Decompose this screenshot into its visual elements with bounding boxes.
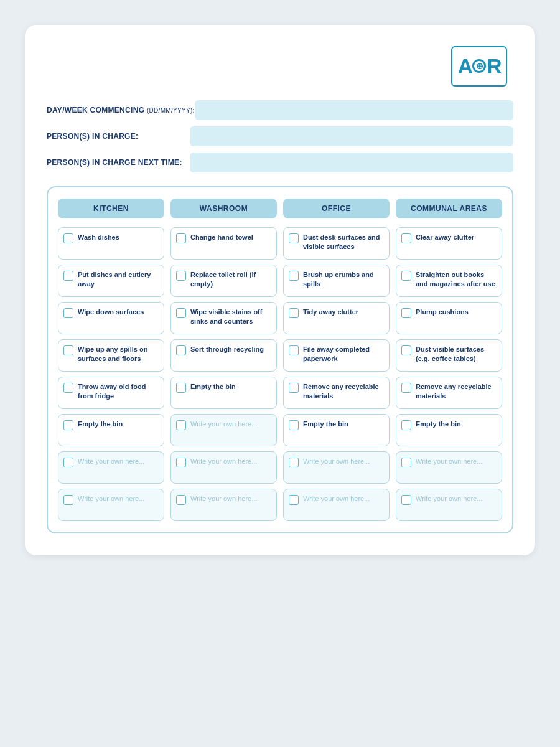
task-checkbox-1-3[interactable]: [176, 345, 186, 355]
task-checkbox-3-7[interactable]: [401, 495, 411, 505]
task-item-2-6: Write your own here...: [283, 451, 390, 484]
task-item-1-7: Write your own here...: [170, 489, 277, 521]
task-checkbox-3-0[interactable]: [401, 233, 411, 243]
task-checkbox-3-1[interactable]: [401, 271, 411, 281]
task-item-1-0: Change hand towel: [170, 227, 277, 260]
task-checkbox-3-3[interactable]: [401, 345, 411, 355]
task-checkbox-1-0[interactable]: [176, 233, 186, 243]
task-item-1-1: Replace toilet roll (if empty): [170, 265, 277, 297]
task-text-1-5[interactable]: Write your own here...: [190, 420, 271, 429]
task-checkbox-3-5[interactable]: [401, 420, 411, 430]
task-checkbox-1-1[interactable]: [176, 271, 186, 281]
date-input[interactable]: [195, 100, 513, 120]
task-text-0-3: Wipe up any spills on surfaces and floor…: [78, 345, 159, 364]
task-checkbox-0-3[interactable]: [63, 345, 73, 355]
task-text-3-3: Dust visible surfaces (e.g. coffee table…: [416, 345, 497, 364]
col-items-1: Change hand towelReplace toilet roll (if…: [170, 227, 277, 521]
task-checkbox-0-5[interactable]: [63, 420, 73, 430]
task-text-0-1: Put dishes and cutlery away: [78, 270, 159, 289]
task-text-2-7[interactable]: Write your own here...: [303, 494, 384, 504]
form-label-next-person: PERSON(S) IN CHARGE NEXT TIME:: [47, 158, 190, 167]
task-checkbox-0-0[interactable]: [63, 233, 73, 243]
task-item-3-5: Empty the bin: [396, 414, 502, 446]
task-checkbox-2-0[interactable]: [289, 233, 299, 243]
task-text-2-1: Brush up crumbs and spills: [303, 270, 384, 289]
task-checkbox-3-6[interactable]: [401, 458, 411, 467]
schedule-container: KITCHENWASHROOMOFFICECOMMUNAL AREAS Wash…: [47, 186, 513, 533]
task-checkbox-2-4[interactable]: [289, 383, 299, 393]
form-label-date: DAY/WEEK COMMENCING (DD/MM/YYYY):: [47, 106, 195, 115]
task-item-1-6: Write your own here...: [170, 451, 277, 484]
task-text-2-6[interactable]: Write your own here...: [303, 457, 384, 466]
col-header-0: KITCHEN: [58, 199, 164, 218]
task-text-2-0: Dust desk surfaces and visible surfaces: [303, 233, 384, 251]
task-item-2-5: Empty the bin: [283, 414, 390, 446]
task-checkbox-2-1[interactable]: [289, 271, 299, 281]
task-item-0-2: Wipe down surfaces: [58, 302, 164, 334]
task-text-1-6[interactable]: Write your own here...: [190, 457, 271, 466]
task-checkbox-1-2[interactable]: [176, 308, 186, 318]
task-text-3-2: Plump cushions: [416, 308, 497, 317]
task-item-0-3: Wipe up any spills on surfaces and floor…: [58, 339, 164, 372]
col-header-3: COMMUNAL AREAS: [396, 199, 502, 218]
task-item-0-1: Put dishes and cutlery away: [58, 265, 164, 297]
task-checkbox-1-7[interactable]: [176, 495, 186, 505]
columns-header: KITCHENWASHROOMOFFICECOMMUNAL AREAS: [58, 199, 502, 218]
col-items-0: Wash dishesPut dishes and cutlery awayWi…: [58, 227, 164, 521]
task-text-1-2: Wipe visible stains off sinks and counte…: [190, 308, 271, 326]
task-item-3-4: Remove any recyclable materials: [396, 377, 502, 409]
person-in-charge-input[interactable]: [190, 126, 513, 146]
task-item-1-4: Empty the bin: [170, 377, 277, 409]
task-item-3-1: Straighten out books and magazines after…: [396, 265, 502, 297]
logo-r: R: [487, 55, 501, 77]
page: A ⊕ R DAY/WEEK COMMENCING (DD/MM/YYYY): …: [25, 25, 535, 555]
task-checkbox-1-5[interactable]: [176, 420, 186, 430]
task-checkbox-1-4[interactable]: [176, 383, 186, 393]
task-item-3-0: Clear away clutter: [396, 227, 502, 260]
task-text-0-7[interactable]: Write your own here...: [78, 494, 159, 504]
task-text-1-0: Change hand towel: [190, 233, 271, 242]
task-text-1-7[interactable]: Write your own here...: [190, 494, 271, 504]
task-item-2-2: Tidy away clutter: [283, 302, 390, 334]
task-item-0-0: Wash dishes: [58, 227, 164, 260]
task-item-0-7: Write your own here...: [58, 489, 164, 521]
col-items-2: Dust desk surfaces and visible surfacesB…: [283, 227, 390, 521]
task-checkbox-0-2[interactable]: [63, 308, 73, 318]
form-label-person: PERSON(S) IN CHARGE:: [47, 132, 190, 141]
col-header-2: OFFICE: [283, 199, 390, 218]
task-checkbox-3-4[interactable]: [401, 383, 411, 393]
task-item-0-6: Write your own here...: [58, 451, 164, 484]
task-checkbox-0-6[interactable]: [63, 458, 73, 467]
task-item-3-3: Dust visible surfaces (e.g. coffee table…: [396, 339, 502, 372]
task-text-2-2: Tidy away clutter: [303, 308, 384, 317]
task-text-0-5: Empty lhe bin: [78, 420, 159, 429]
task-checkbox-0-7[interactable]: [63, 495, 73, 505]
task-text-3-1: Straighten out books and magazines after…: [416, 270, 497, 289]
task-checkbox-1-6[interactable]: [176, 458, 186, 467]
task-item-1-5: Write your own here...: [170, 414, 277, 446]
task-checkbox-0-4[interactable]: [63, 383, 73, 393]
task-item-1-2: Wipe visible stains off sinks and counte…: [170, 302, 277, 334]
task-checkbox-2-6[interactable]: [289, 458, 299, 467]
task-item-3-6: Write your own here...: [396, 451, 502, 484]
task-checkbox-2-2[interactable]: [289, 308, 299, 318]
logo-a: A: [457, 55, 472, 77]
col-header-1: WASHROOM: [170, 199, 277, 218]
task-item-2-1: Brush up crumbs and spills: [283, 265, 390, 297]
task-checkbox-2-5[interactable]: [289, 420, 299, 430]
task-text-0-6[interactable]: Write your own here...: [78, 457, 159, 466]
person-next-time-input[interactable]: [190, 153, 513, 172]
form-row-date: DAY/WEEK COMMENCING (DD/MM/YYYY):: [47, 100, 513, 120]
task-item-3-7: Write your own here...: [396, 489, 502, 521]
task-checkbox-2-3[interactable]: [289, 345, 299, 355]
col-items-3: Clear away clutterStraighten out books a…: [396, 227, 502, 521]
task-checkbox-3-2[interactable]: [401, 308, 411, 318]
form-section: DAY/WEEK COMMENCING (DD/MM/YYYY): PERSON…: [47, 100, 513, 172]
task-checkbox-0-1[interactable]: [63, 271, 73, 281]
task-item-1-3: Sort through recycling: [170, 339, 277, 372]
task-text-3-7[interactable]: Write your own here...: [416, 494, 497, 504]
task-item-3-2: Plump cushions: [396, 302, 502, 334]
task-text-1-1: Replace toilet roll (if empty): [190, 270, 271, 289]
task-checkbox-2-7[interactable]: [289, 495, 299, 505]
task-text-3-6[interactable]: Write your own here...: [416, 457, 497, 466]
